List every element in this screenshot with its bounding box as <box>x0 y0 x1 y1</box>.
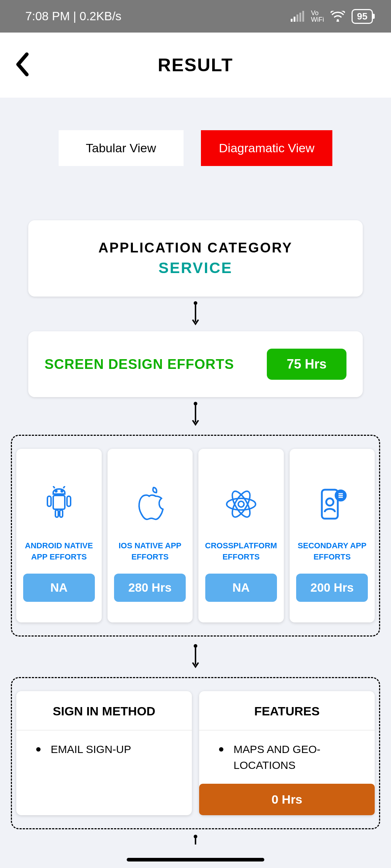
arrow-down-icon <box>17 397 374 432</box>
features-item: MAPS AND GEO-LOCATIONS <box>219 741 366 773</box>
battery-indicator: 95 <box>352 9 373 24</box>
svg-point-22 <box>238 501 244 507</box>
wifi-icon <box>331 11 345 22</box>
android-icon <box>42 485 76 523</box>
arrow-down-icon <box>17 639 374 674</box>
svg-rect-14 <box>53 495 65 509</box>
svg-point-5 <box>337 19 339 21</box>
page-title: RESULT <box>14 55 377 76</box>
svg-rect-4 <box>302 11 304 22</box>
apple-icon <box>135 485 165 523</box>
svg-point-24 <box>326 498 333 506</box>
svg-rect-17 <box>55 510 58 517</box>
platform-badge: 280 Hrs <box>114 574 186 602</box>
view-tabs: Tabular View Diagramatic View <box>17 130 374 166</box>
back-button[interactable] <box>14 52 30 78</box>
svg-rect-3 <box>299 13 301 22</box>
svg-rect-2 <box>297 14 298 22</box>
bullet-icon <box>36 747 41 752</box>
features-badge: 0 Hrs <box>199 784 375 815</box>
content: Tabular View Diagramatic View APPLICATIO… <box>0 98 391 845</box>
tab-tabular[interactable]: Tabular View <box>59 130 184 166</box>
effort-label: SCREEN DESIGN EFFORTS <box>45 357 234 372</box>
atom-icon <box>224 485 258 523</box>
application-category-card: APPLICATION CATEGORY SERVICE <box>28 220 363 297</box>
svg-rect-0 <box>291 19 293 22</box>
features-title: FEATURES <box>199 691 375 731</box>
status-right: Vo WiFi 95 <box>291 9 373 24</box>
svg-line-11 <box>63 486 65 488</box>
tab-diagramatic[interactable]: Diagramatic View <box>201 130 333 166</box>
svg-rect-15 <box>47 496 51 506</box>
svg-point-12 <box>55 490 57 492</box>
bullet-icon <box>219 747 223 752</box>
platform-card-ios: IOS NATIVE APP EFFORTS 280 Hrs <box>108 449 193 622</box>
svg-point-19 <box>227 498 256 510</box>
category-value: SERVICE <box>39 259 352 277</box>
arrow-down-icon <box>17 297 374 331</box>
category-label: APPLICATION CATEGORY <box>39 240 352 256</box>
platform-label: CROSSPLATFORM EFFORTS <box>201 540 281 563</box>
signal-icon <box>291 11 304 22</box>
signin-title: SIGN IN METHOD <box>16 691 192 731</box>
platform-label: SECONDARY APP EFFORTS <box>293 540 372 563</box>
effort-badge: 75 Hrs <box>267 349 346 380</box>
platforms-group: ANDROID NATIVE APP EFFORTS NA IOS NATIVE… <box>11 435 380 637</box>
platform-label: ANDROID NATIVE APP EFFORTS <box>19 540 99 563</box>
arrow-down-icon <box>17 832 374 845</box>
svg-rect-18 <box>60 510 63 517</box>
platform-badge: NA <box>205 574 277 602</box>
svg-rect-16 <box>67 496 71 506</box>
home-indicator[interactable] <box>127 858 264 861</box>
features-card: FEATURES MAPS AND GEO-LOCATIONS 0 Hrs <box>199 691 375 815</box>
svg-rect-1 <box>294 17 295 22</box>
vowifi-label: Vo WiFi <box>311 10 324 23</box>
screen-design-efforts-card: SCREEN DESIGN EFFORTS 75 Hrs <box>28 331 363 397</box>
platform-badge: 200 Hrs <box>296 574 368 602</box>
details-group: SIGN IN METHOD EMAIL SIGN-UP FEATURES MA… <box>11 677 380 829</box>
svg-line-10 <box>53 486 55 488</box>
platform-badge: NA <box>23 574 95 602</box>
phone-user-icon <box>315 485 349 523</box>
signin-item: EMAIL SIGN-UP <box>36 741 183 757</box>
header-bar: RESULT <box>0 33 391 98</box>
platform-card-crossplatform: CROSSPLATFORM EFFORTS NA <box>198 449 284 622</box>
signin-method-card: SIGN IN METHOD EMAIL SIGN-UP <box>16 691 192 815</box>
platform-card-secondary: SECONDARY APP EFFORTS 200 Hrs <box>290 449 375 622</box>
status-time: 7:08 PM | 0.2KB/s <box>25 9 121 23</box>
status-bar: 7:08 PM | 0.2KB/s Vo WiFi 95 <box>0 0 391 33</box>
platform-card-android: ANDROID NATIVE APP EFFORTS NA <box>16 449 102 622</box>
platform-label: IOS NATIVE APP EFFORTS <box>110 540 190 563</box>
svg-point-13 <box>61 490 63 492</box>
